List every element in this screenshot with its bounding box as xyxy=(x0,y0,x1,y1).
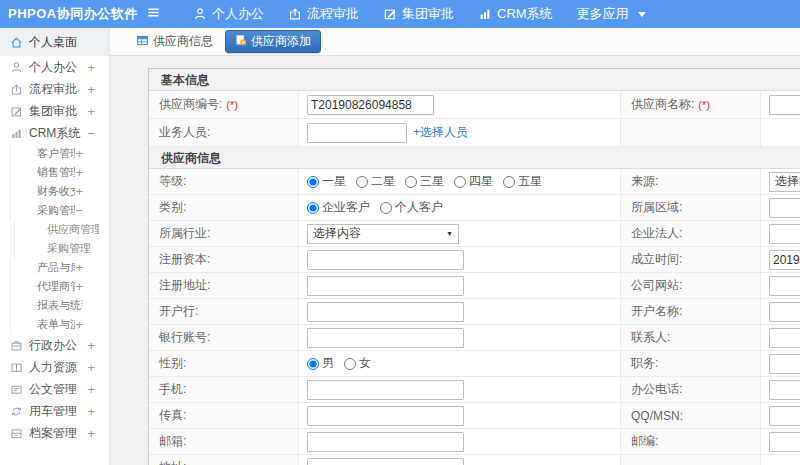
form-input[interactable] xyxy=(769,302,800,322)
topnav-item[interactable]: CRM系统 xyxy=(466,0,565,28)
sidebar-item[interactable]: 销售管理+ xyxy=(10,163,109,182)
form-input[interactable] xyxy=(307,302,464,322)
radio-input[interactable] xyxy=(454,176,466,188)
radio-option[interactable]: 四星 xyxy=(454,173,493,190)
sidebar-item[interactable]: 行政办公+ xyxy=(0,334,109,356)
form-input[interactable] xyxy=(307,380,464,400)
expand-icon[interactable]: + xyxy=(87,82,95,97)
radio-option[interactable]: 二星 xyxy=(356,173,395,190)
expand-icon[interactable]: + xyxy=(87,60,95,75)
form-input[interactable] xyxy=(769,250,800,270)
expand-icon[interactable]: + xyxy=(75,165,83,180)
expand-icon[interactable]: + xyxy=(87,104,95,119)
sidebar-item[interactable]: CRM系统− xyxy=(0,122,109,144)
form-input[interactable] xyxy=(307,458,464,465)
sidebar-item[interactable]: 代理商管理+ xyxy=(10,277,109,296)
sidebar-toggle-button[interactable] xyxy=(146,5,161,24)
form-input[interactable] xyxy=(307,328,464,348)
field-label: 开户行: xyxy=(149,299,299,324)
radio-option[interactable]: 五星 xyxy=(503,173,542,190)
form-input[interactable] xyxy=(769,432,800,452)
select-person-link[interactable]: +选择人员 xyxy=(413,124,468,141)
form-input[interactable] xyxy=(307,123,407,143)
expand-icon[interactable]: + xyxy=(75,260,83,275)
form-input[interactable] xyxy=(307,432,464,452)
radio-option[interactable]: 男 xyxy=(307,355,334,372)
field-cell xyxy=(761,403,800,428)
radio-option[interactable]: 个人客户 xyxy=(380,199,443,216)
form-input[interactable] xyxy=(307,406,464,426)
sidebar-item[interactable]: 人力资源+ xyxy=(0,356,109,378)
collapse-icon[interactable]: − xyxy=(87,126,95,141)
sidebar-item[interactable]: 报表与统计 xyxy=(10,296,109,315)
form-input[interactable] xyxy=(769,224,800,244)
form-input[interactable] xyxy=(769,95,800,115)
radio-input[interactable] xyxy=(344,358,356,370)
sidebar-item[interactable]: 采购管理 xyxy=(14,239,109,258)
sidebar-item[interactable]: 公文管理+ xyxy=(0,378,109,400)
sidebar-item[interactable]: 个人办公+ xyxy=(0,56,109,78)
field-cell xyxy=(761,377,800,402)
radio-option[interactable]: 一星 xyxy=(307,173,346,190)
sidebar-item[interactable]: 用车管理+ xyxy=(0,400,109,422)
expand-icon[interactable]: + xyxy=(87,426,95,441)
sidebar-item[interactable]: 流程审批+ xyxy=(0,78,109,100)
form-input[interactable] xyxy=(769,328,800,348)
expand-icon[interactable]: + xyxy=(87,360,95,375)
form-input[interactable] xyxy=(769,198,800,218)
radio-input[interactable] xyxy=(380,202,392,214)
radio-input[interactable] xyxy=(405,176,417,188)
form-row: 所属行业:选择内容▼企业法人: xyxy=(149,221,800,247)
form-row: 传真:QQ/MSN: xyxy=(149,403,800,429)
topnav-item[interactable]: 个人办公 xyxy=(181,0,276,28)
sidebar-item[interactable]: 采购管理− xyxy=(10,201,109,220)
radio-input[interactable] xyxy=(307,202,319,214)
expand-icon[interactable]: + xyxy=(87,404,95,419)
radio-option[interactable]: 三星 xyxy=(405,173,444,190)
form-input[interactable] xyxy=(769,406,800,426)
field-cell xyxy=(761,195,800,220)
radio-input[interactable] xyxy=(307,176,319,188)
sidebar-item-label: 销售管理 xyxy=(11,165,75,180)
field-label-text: 地址: xyxy=(159,459,186,465)
form-input[interactable] xyxy=(307,95,434,115)
sidebar-item-label: 档案管理 xyxy=(29,425,87,442)
topnav-item[interactable]: 更多应用 xyxy=(565,0,658,28)
tab-supplier-info[interactable]: 供应商信息 xyxy=(130,31,219,52)
sidebar-item[interactable]: 个人桌面 xyxy=(0,28,109,56)
app-logo: PHPOA协同办公软件 xyxy=(0,5,110,23)
expand-icon[interactable]: + xyxy=(75,184,83,199)
sidebar-item[interactable]: 客户管理+ xyxy=(10,144,109,163)
sidebar-item[interactable]: 供应商管理 xyxy=(14,220,109,239)
topnav-item[interactable]: 集团审批 xyxy=(371,0,466,28)
sidebar-item[interactable]: 集团审批+ xyxy=(0,100,109,122)
select-box[interactable]: 选择内容▼ xyxy=(769,172,800,192)
collapse-icon[interactable]: − xyxy=(75,203,83,218)
form-input[interactable] xyxy=(769,354,800,374)
form-input[interactable] xyxy=(307,276,464,296)
sidebar-item[interactable]: 表单与流程设置+ xyxy=(10,315,109,334)
radio-input[interactable] xyxy=(503,176,515,188)
field-label: 邮编: xyxy=(621,429,761,454)
expand-icon[interactable]: + xyxy=(75,279,83,294)
topnav-item[interactable]: 流程审批 xyxy=(276,0,371,28)
field-cell xyxy=(761,273,800,298)
form-input[interactable] xyxy=(769,380,800,400)
expand-icon[interactable]: + xyxy=(75,146,83,161)
sidebar-item-label: 行政办公 xyxy=(29,337,87,354)
expand-icon[interactable]: + xyxy=(87,338,95,353)
form-input[interactable] xyxy=(307,250,464,270)
radio-input[interactable] xyxy=(307,358,319,370)
expand-icon[interactable]: + xyxy=(87,382,95,397)
tab-supplier-add[interactable]: 供应商添加 xyxy=(225,30,321,53)
form-input[interactable] xyxy=(769,276,800,296)
radio-option[interactable]: 女 xyxy=(344,355,371,372)
radio-option[interactable]: 企业客户 xyxy=(307,199,370,216)
sidebar-item[interactable]: 产品与库存+ xyxy=(10,258,109,277)
select-box[interactable]: 选择内容▼ xyxy=(307,224,459,244)
topnav: 个人办公流程审批集团审批CRM系统更多应用 xyxy=(181,0,658,28)
expand-icon[interactable]: + xyxy=(75,317,83,332)
sidebar-item[interactable]: 财务收支+ xyxy=(10,182,109,201)
radio-input[interactable] xyxy=(356,176,368,188)
sidebar-item[interactable]: 档案管理+ xyxy=(0,422,109,444)
